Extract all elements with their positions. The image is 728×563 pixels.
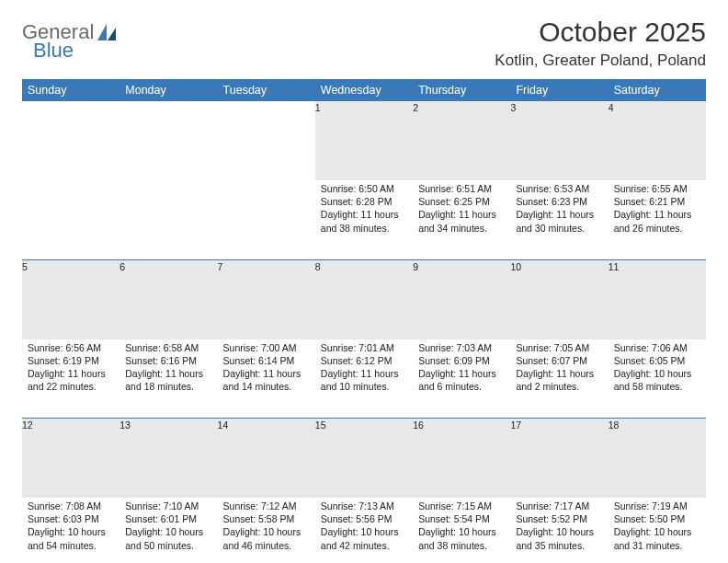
day-cell-body: Sunrise: 6:56 AMSunset: 6:19 PMDaylight:… [22,339,119,397]
page-title: October 2025 [495,17,706,48]
sunset-line: Sunset: 5:50 PM [614,512,700,525]
day-number: 5 [22,260,119,339]
day-number: 6 [119,260,217,339]
day-cell: Sunrise: 7:05 AMSunset: 6:07 PMDaylight:… [510,339,608,419]
day-cell: Sunrise: 7:03 AMSunset: 6:09 PMDaylight:… [413,339,510,419]
day-cell-body: Sunrise: 6:53 AMSunset: 6:23 PMDaylight:… [510,180,608,238]
daylight-line: Daylight: 11 hours and 6 minutes. [418,367,505,393]
daylight-line: Daylight: 11 hours and 38 minutes. [321,208,407,234]
sunrise-line: Sunrise: 7:08 AM [28,500,114,512]
day-number: 18 [609,419,706,498]
sunrise-line: Sunrise: 6:55 AM [614,182,700,195]
day-cell-body: Sunrise: 7:13 AMSunset: 5:56 PMDaylight:… [315,498,413,556]
sunset-line: Sunset: 6:28 PM [321,195,407,208]
day-number: 1 [315,101,413,180]
day-cell: Sunrise: 7:13 AMSunset: 5:56 PMDaylight:… [315,498,413,563]
day-number-row: 567891011 [22,260,706,339]
sunset-line: Sunset: 5:58 PM [223,512,310,525]
day-content-row: Sunrise: 6:50 AMSunset: 6:28 PMDaylight:… [22,180,706,259]
day-cell: Sunrise: 6:55 AMSunset: 6:21 PMDaylight:… [609,180,706,259]
sunset-line: Sunset: 6:16 PM [125,354,211,367]
weekday-header: Thursday [413,79,510,101]
sunset-line: Sunset: 6:19 PM [28,354,114,367]
day-cell: Sunrise: 7:01 AMSunset: 6:12 PMDaylight:… [315,339,413,419]
weekday-header: Saturday [609,79,706,101]
day-cell-body: Sunrise: 6:55 AMSunset: 6:21 PMDaylight:… [609,180,706,238]
day-number: 10 [510,260,608,339]
day-cell: Sunrise: 7:06 AMSunset: 6:05 PMDaylight:… [609,339,706,419]
header: General Blue October 2025 Kotlin, Greate… [22,17,706,70]
weekday-header: Sunday [22,79,119,101]
daylight-line: Daylight: 11 hours and 10 minutes. [321,367,407,393]
day-number: 3 [510,101,608,180]
sunrise-line: Sunrise: 7:06 AM [614,341,700,354]
sunset-line: Sunset: 6:07 PM [516,354,602,367]
day-number: 13 [119,419,217,498]
day-cell-body: Sunrise: 6:51 AMSunset: 6:25 PMDaylight:… [413,180,510,238]
sunset-line: Sunset: 6:09 PM [418,354,505,367]
sunrise-line: Sunrise: 7:17 AM [516,500,602,512]
brand-bottom: Blue [33,40,94,61]
day-cell: Sunrise: 7:08 AMSunset: 6:03 PMDaylight:… [22,498,119,563]
day-cell-body: Sunrise: 7:06 AMSunset: 6:05 PMDaylight:… [609,339,706,397]
weekday-header: Wednesday [315,79,413,101]
day-cell-body: Sunrise: 7:03 AMSunset: 6:09 PMDaylight:… [413,339,510,397]
day-cell-body: Sunrise: 7:19 AMSunset: 5:50 PMDaylight:… [609,498,706,556]
day-cell: Sunrise: 6:56 AMSunset: 6:19 PMDaylight:… [22,339,119,419]
weekday-header: Tuesday [218,79,315,101]
sunset-line: Sunset: 6:14 PM [223,354,310,367]
day-cell: Sunrise: 6:58 AMSunset: 6:16 PMDaylight:… [119,339,217,419]
day-number: 17 [510,419,608,498]
daylight-line: Daylight: 10 hours and 54 minutes. [28,525,114,551]
day-cell: Sunrise: 6:50 AMSunset: 6:28 PMDaylight:… [315,180,413,259]
sail-icon [97,24,118,46]
sunrise-line: Sunrise: 7:15 AM [418,500,505,512]
day-number [218,101,315,180]
daylight-line: Daylight: 11 hours and 14 minutes. [223,367,310,393]
sunrise-line: Sunrise: 6:51 AM [418,182,505,195]
sunrise-line: Sunrise: 6:56 AM [28,341,114,354]
sunset-line: Sunset: 6:03 PM [28,512,114,525]
daylight-line: Daylight: 10 hours and 58 minutes. [614,367,700,393]
sunset-line: Sunset: 6:21 PM [614,195,700,208]
svg-marker-0 [97,24,107,40]
sunrise-line: Sunrise: 7:13 AM [321,500,407,512]
day-cell [119,180,217,259]
sunset-line: Sunset: 6:12 PM [321,354,407,367]
day-number [119,101,217,180]
daylight-line: Daylight: 11 hours and 30 minutes. [516,208,602,234]
sunrise-line: Sunrise: 7:10 AM [125,500,211,512]
daylight-line: Daylight: 10 hours and 42 minutes. [321,525,407,551]
sunrise-line: Sunrise: 6:53 AM [516,182,602,195]
sunrise-line: Sunrise: 7:12 AM [223,500,310,512]
day-number: 9 [413,260,510,339]
sunset-line: Sunset: 5:56 PM [321,512,407,525]
day-cell: Sunrise: 7:10 AMSunset: 6:01 PMDaylight:… [119,498,217,563]
day-cell: Sunrise: 7:17 AMSunset: 5:52 PMDaylight:… [510,498,608,563]
day-cell: Sunrise: 7:12 AMSunset: 5:58 PMDaylight:… [218,498,315,563]
daylight-line: Daylight: 10 hours and 31 minutes. [614,525,700,551]
day-cell-body: Sunrise: 7:08 AMSunset: 6:03 PMDaylight:… [22,498,119,556]
day-cell [22,180,119,259]
sunset-line: Sunset: 6:01 PM [125,512,211,525]
day-content-row: Sunrise: 6:56 AMSunset: 6:19 PMDaylight:… [22,339,706,419]
daylight-line: Daylight: 11 hours and 34 minutes. [418,208,505,234]
day-cell: Sunrise: 7:15 AMSunset: 5:54 PMDaylight:… [413,498,510,563]
sunset-line: Sunset: 5:54 PM [418,512,505,525]
sunrise-line: Sunrise: 7:00 AM [223,341,310,354]
day-cell-body: Sunrise: 7:01 AMSunset: 6:12 PMDaylight:… [315,339,413,397]
day-content-row: Sunrise: 7:08 AMSunset: 6:03 PMDaylight:… [22,498,706,563]
sunset-line: Sunset: 6:23 PM [516,195,602,208]
day-cell-body: Sunrise: 7:15 AMSunset: 5:54 PMDaylight:… [413,498,510,556]
day-cell: Sunrise: 6:53 AMSunset: 6:23 PMDaylight:… [510,180,608,259]
day-number: 7 [218,260,315,339]
day-cell: Sunrise: 6:51 AMSunset: 6:25 PMDaylight:… [413,180,510,259]
sunset-line: Sunset: 6:25 PM [418,195,505,208]
daylight-line: Daylight: 11 hours and 18 minutes. [125,367,211,393]
day-number-row: 12131415161718 [22,419,706,498]
day-number: 15 [315,419,413,498]
sunrise-line: Sunrise: 6:50 AM [321,182,407,195]
daylight-line: Daylight: 10 hours and 38 minutes. [418,525,505,551]
sunset-line: Sunset: 5:52 PM [516,512,602,525]
day-number [22,101,119,180]
